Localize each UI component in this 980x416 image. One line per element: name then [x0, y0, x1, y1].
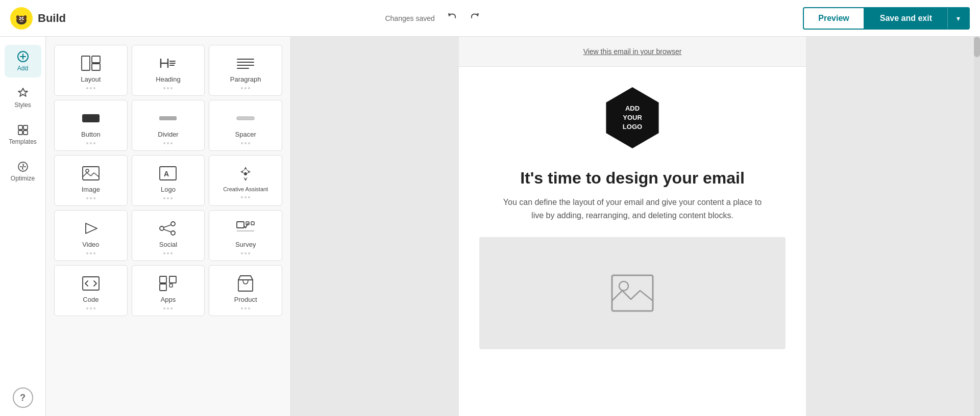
block-paragraph[interactable]: Paragraph — [209, 45, 282, 96]
sidebar-item-styles-label: Styles — [14, 101, 31, 109]
video-icon — [81, 219, 101, 238]
product-icon — [235, 274, 256, 293]
sidebar-item-optimize[interactable]: Optimize — [5, 155, 41, 188]
header-center: Changes saved — [66, 10, 803, 27]
svg-point-39 — [244, 172, 247, 175]
sidebar-item-optimize-label: Optimize — [11, 175, 35, 182]
block-apps-label: Apps — [161, 296, 176, 303]
block-creative-assistant[interactable]: Creative Assistant — [209, 155, 282, 206]
block-button-label: Button — [81, 131, 101, 138]
content-panel: Layout Heading — [46, 37, 291, 416]
sidebar-item-styles[interactable]: Styles — [5, 82, 41, 114]
block-image-label: Image — [82, 186, 100, 193]
svg-point-5 — [19, 17, 20, 18]
block-survey-label: Survey — [235, 241, 256, 248]
block-spacer[interactable]: Spacer — [209, 100, 282, 151]
block-heading-dots — [163, 87, 173, 89]
redo-button[interactable] — [465, 10, 484, 27]
block-logo[interactable]: A Logo — [132, 155, 205, 206]
spacer-icon — [235, 109, 256, 127]
email-content: View this email in your browser ADDYOURL… — [459, 37, 806, 416]
code-icon — [81, 274, 101, 293]
block-video-dots — [86, 252, 95, 254]
svg-rect-34 — [237, 117, 254, 120]
svg-text:A: A — [164, 170, 169, 178]
block-spacer-dots — [241, 142, 250, 144]
sidebar-nav: Add Styles Templates — [0, 37, 46, 416]
svg-point-36 — [86, 169, 89, 172]
undo-redo-group — [443, 10, 484, 27]
email-image-placeholder — [479, 237, 786, 349]
sidebar-item-templates-label: Templates — [9, 138, 37, 145]
svg-point-43 — [171, 231, 175, 235]
block-creative-assistant-dots — [241, 196, 250, 198]
svg-rect-14 — [18, 131, 22, 135]
divider-icon — [158, 109, 178, 127]
templates-icon — [17, 124, 29, 136]
svg-point-41 — [160, 226, 164, 230]
sidebar-item-add[interactable]: Add — [5, 45, 41, 77]
logo-placeholder-text: ADDYOURLOGO — [623, 104, 642, 132]
email-logo-area: ADDYOURLOGO — [459, 67, 806, 159]
logo-area: Build — [10, 7, 66, 30]
svg-rect-55 — [238, 280, 253, 291]
block-product-label: Product — [234, 296, 257, 303]
right-scrollbar-thumb — [974, 37, 980, 57]
email-topbar: View this email in your browser — [459, 37, 806, 67]
header-actions: Preview Save and exit ▾ — [803, 7, 970, 30]
changes-saved-status: Changes saved — [385, 14, 434, 22]
optimize-icon — [17, 161, 29, 173]
add-icon — [17, 50, 29, 63]
save-exit-button[interactable]: Save and exit — [865, 7, 947, 30]
help-button[interactable]: ? — [13, 387, 33, 408]
sidebar-item-add-label: Add — [17, 65, 28, 72]
button-icon — [81, 109, 101, 127]
block-apps[interactable]: Apps — [132, 265, 205, 316]
block-survey[interactable]: Survey — [209, 210, 282, 261]
svg-rect-12 — [18, 125, 22, 129]
block-code-dots — [86, 307, 95, 309]
app-header: Build Changes saved Preview Save and exi… — [0, 0, 980, 37]
svg-line-45 — [164, 229, 171, 232]
svg-line-44 — [164, 225, 171, 227]
block-heading[interactable]: Heading — [132, 45, 205, 96]
block-product-dots — [241, 307, 250, 309]
svg-rect-52 — [169, 276, 176, 283]
layout-icon — [81, 54, 101, 72]
svg-rect-35 — [83, 167, 99, 180]
block-layout[interactable]: Layout — [54, 45, 128, 96]
save-dropdown-button[interactable]: ▾ — [947, 7, 970, 30]
email-preview: View this email in your browser ADDYOURL… — [291, 37, 974, 416]
logo-icon: A — [158, 164, 178, 183]
block-image[interactable]: Image — [54, 155, 128, 206]
block-button-dots — [86, 142, 95, 144]
svg-rect-46 — [237, 222, 244, 228]
preview-button[interactable]: Preview — [803, 7, 864, 30]
undo-button[interactable] — [443, 10, 461, 27]
block-divider[interactable]: Divider — [132, 100, 205, 151]
block-button[interactable]: Button — [54, 100, 128, 151]
block-social[interactable]: Social — [132, 210, 205, 261]
block-video-label: Video — [82, 241, 99, 248]
svg-marker-40 — [86, 223, 97, 233]
block-product[interactable]: Product — [209, 265, 282, 316]
svg-point-42 — [171, 222, 175, 226]
svg-rect-56 — [612, 275, 653, 311]
app-title: Build — [38, 12, 66, 25]
block-divider-dots — [163, 142, 173, 144]
paragraph-icon — [235, 54, 256, 72]
browser-link[interactable]: View this email in your browser — [583, 47, 682, 56]
block-apps-dots — [163, 307, 173, 309]
styles-icon — [17, 87, 29, 99]
svg-rect-54 — [169, 284, 173, 287]
sidebar-item-templates[interactable]: Templates — [5, 118, 41, 151]
block-survey-dots — [241, 252, 250, 254]
right-scrollbar[interactable] — [974, 37, 980, 416]
image-icon — [81, 164, 101, 183]
svg-point-6 — [22, 17, 23, 18]
block-paragraph-dots — [241, 87, 250, 89]
block-code[interactable]: Code — [54, 265, 128, 316]
svg-rect-19 — [82, 56, 90, 70]
block-video[interactable]: Video — [54, 210, 128, 261]
svg-rect-48 — [251, 222, 254, 225]
